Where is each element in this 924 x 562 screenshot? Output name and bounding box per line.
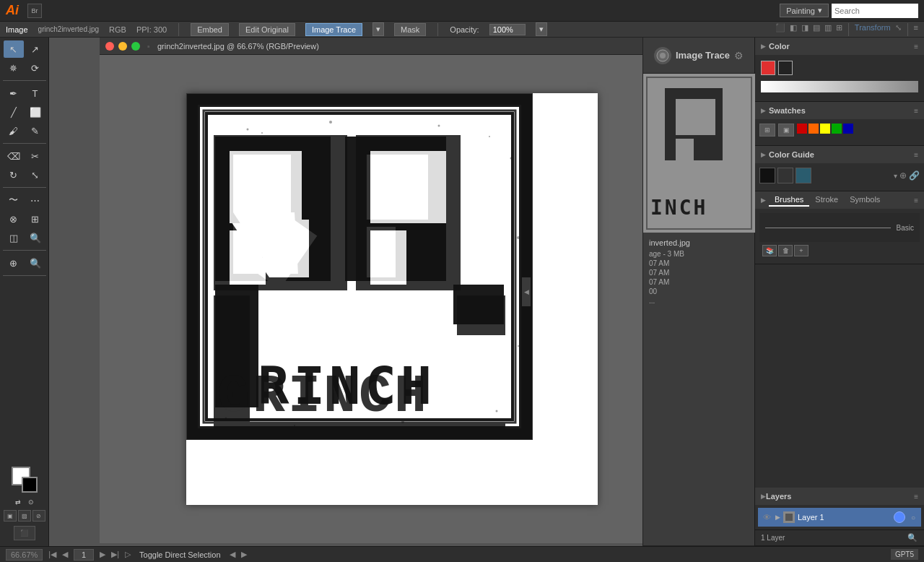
cg-swatch-teal[interactable] <box>796 168 811 183</box>
image-trace-button[interactable]: Image Trace <box>305 23 362 36</box>
maximize-window-button[interactable] <box>131 42 140 51</box>
search-input[interactable] <box>832 4 918 18</box>
swatch-red[interactable] <box>797 124 807 134</box>
type-tool[interactable]: T <box>25 85 45 102</box>
screen-mode-button[interactable]: ⬛ <box>14 526 35 540</box>
blend-tool[interactable]: ⊗ <box>4 210 24 228</box>
color-panel-header[interactable]: ▶ Color ≡ <box>755 38 924 55</box>
warp-tool[interactable]: 〜 <box>4 191 24 209</box>
nav-prev-btn[interactable]: ◀ <box>62 550 68 559</box>
image-trace-dropdown[interactable]: ▾ <box>372 22 384 36</box>
page-input[interactable] <box>74 549 94 561</box>
brushes-panel-menu[interactable]: ≡ <box>914 196 918 204</box>
swatch-library-btn[interactable]: ⊞ <box>759 124 775 137</box>
color-mode-none[interactable]: ⊘ <box>32 510 45 522</box>
pen-tool[interactable]: ✒ <box>4 85 24 102</box>
cg-link-icon[interactable]: 🔗 <box>909 170 920 181</box>
nav-first-btn[interactable]: |◀ <box>48 550 56 559</box>
layers-search-icon[interactable]: 🔍 <box>907 532 918 544</box>
play-btn[interactable]: ▷ <box>125 550 131 559</box>
tab-brushes[interactable]: Brushes <box>769 194 809 207</box>
swatch-blue[interactable] <box>843 124 853 134</box>
color-mode-gradient[interactable]: ▨ <box>18 510 31 522</box>
swatch-orange[interactable] <box>808 124 819 134</box>
cg-dropdown-arrow[interactable]: ▾ <box>894 172 897 180</box>
align-center-icon[interactable]: ◨ <box>801 23 808 36</box>
panel-options-icon[interactable]: ≡ <box>914 23 918 36</box>
color-gradient-bar[interactable] <box>761 81 918 92</box>
toggle-right-btn[interactable]: ▶ <box>241 550 247 559</box>
layers-menu-icon[interactable]: ≡ <box>914 493 918 501</box>
brush-new-btn[interactable]: + <box>794 245 808 256</box>
width-tool[interactable]: ⋯ <box>25 191 45 209</box>
edit-original-button[interactable]: Edit Original <box>239 23 295 36</box>
swatches-panel-menu[interactable]: ≡ <box>914 107 918 115</box>
swatches-panel-header[interactable]: ▶ Swatches ≡ <box>755 102 924 119</box>
scale-tool[interactable]: ⤡ <box>25 166 45 183</box>
arrange-icon[interactable]: ⬛ <box>775 23 785 36</box>
panel-collapse-handle[interactable]: ◀ <box>522 277 531 306</box>
line-tool[interactable]: ╱ <box>4 103 24 121</box>
eraser-tool[interactable]: ⌫ <box>4 147 24 165</box>
zoom-tool[interactable]: 🔍 <box>25 254 45 272</box>
background-color-swatch[interactable] <box>778 61 793 75</box>
nav-next-btn[interactable]: ▶ <box>100 550 105 559</box>
align-left-icon[interactable]: ◧ <box>790 23 797 36</box>
opacity-input[interactable]: 100% <box>489 24 526 35</box>
zoom-display[interactable]: 66.67% <box>6 549 43 561</box>
minimize-window-button[interactable] <box>118 42 127 51</box>
magic-wand-tool[interactable]: ✵ <box>4 59 24 77</box>
workspace-button[interactable]: Painting ▾ <box>780 4 829 17</box>
color-guide-panel-header[interactable]: ▶ Color Guide ≡ <box>755 146 924 163</box>
mask-button[interactable]: Mask <box>394 23 426 36</box>
stroke-color[interactable] <box>22 477 38 493</box>
color-guide-menu[interactable]: ≡ <box>914 151 918 159</box>
eyedropper-tool[interactable]: 🔍 <box>25 229 45 246</box>
transform-more-icon[interactable]: ⊞ <box>836 23 842 36</box>
mesh-tool[interactable]: ⊞ <box>25 210 45 228</box>
brushes-panel-header[interactable]: ▶ Brushes Stroke Symbols ≡ <box>755 191 924 209</box>
rect-tool[interactable]: ⬜ <box>25 103 45 121</box>
swatch-icon-btn[interactable]: ▣ <box>778 124 794 137</box>
image-trace-gear-icon[interactable]: ⚙ <box>734 50 744 61</box>
brush-delete-btn[interactable]: 🗑 <box>778 245 793 256</box>
nav-last-btn[interactable]: ▶| <box>111 550 119 559</box>
swatch-green[interactable] <box>832 124 842 134</box>
brush-libraries-btn[interactable]: 📚 <box>762 245 777 256</box>
rotate-tool[interactable]: ↻ <box>4 166 24 183</box>
close-window-button[interactable] <box>105 42 114 51</box>
bridge-icon[interactable]: Br <box>27 4 42 18</box>
cg-harmony-icon[interactable]: ⊕ <box>899 170 907 181</box>
transform-link[interactable]: Transform <box>855 23 891 36</box>
swap-colors-btn[interactable]: ⇄ <box>12 497 24 507</box>
pencil-tool[interactable]: ✎ <box>25 122 45 139</box>
layer-visibility-btn[interactable]: 👁 <box>761 511 772 523</box>
menu-image[interactable]: Image <box>6 25 28 34</box>
lasso-tool[interactable]: ⟳ <box>25 59 45 77</box>
tab-symbols[interactable]: Symbols <box>844 194 886 207</box>
tab-stroke[interactable]: Stroke <box>809 194 844 207</box>
transform-icon[interactable]: ⤡ <box>895 23 902 36</box>
color-indicator[interactable] <box>12 467 38 493</box>
reset-colors-btn[interactable]: ⊙ <box>25 497 37 507</box>
cg-swatch-darkgray[interactable] <box>777 168 793 183</box>
foreground-color-swatch[interactable] <box>761 61 775 75</box>
embed-button[interactable]: Embed <box>191 23 229 36</box>
cg-swatch-black[interactable] <box>759 168 775 183</box>
gradient-tool[interactable]: ◫ <box>4 229 24 246</box>
paintbrush-tool[interactable]: 🖌 <box>4 122 24 139</box>
layer-row-1[interactable]: 👁 ▶ Layer 1 ○ <box>758 508 921 527</box>
color-panel-menu[interactable]: ≡ <box>914 43 918 51</box>
layer-name-label[interactable]: Layer 1 <box>798 513 891 522</box>
toggle-left-btn[interactable]: ◀ <box>230 550 235 559</box>
color-mode-fill[interactable]: ▣ <box>4 510 17 522</box>
align-v-icon[interactable]: ▥ <box>824 23 832 36</box>
layer-lock-icon[interactable]: ○ <box>908 512 918 522</box>
selection-tool[interactable]: ↖ <box>4 40 24 58</box>
swatch-yellow[interactable] <box>820 124 830 134</box>
scissors-tool[interactable]: ✂ <box>25 147 45 165</box>
measure-tool[interactable]: ⊕ <box>4 254 24 272</box>
align-h-icon[interactable]: ▤ <box>813 23 820 36</box>
opacity-dropdown[interactable]: ▾ <box>536 22 547 36</box>
direct-selection-tool[interactable]: ↗ <box>25 40 45 58</box>
